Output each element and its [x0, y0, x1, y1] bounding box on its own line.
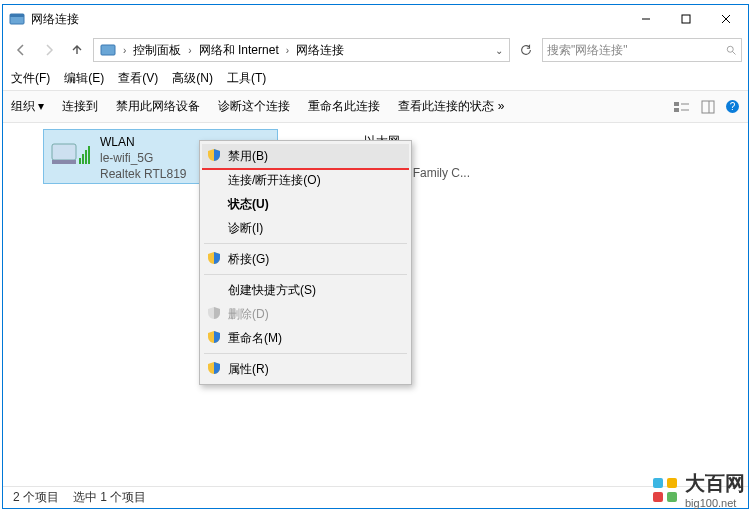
watermark-logo-icon [651, 476, 679, 504]
view-options-icon[interactable] [673, 100, 691, 114]
menu-file[interactable]: 文件(F) [11, 70, 50, 87]
wifi-adapter-icon [50, 134, 90, 174]
nav-row: › 控制面板 › 网络和 Internet › 网络连接 ⌄ 搜索"网络连接" [3, 33, 748, 67]
minimize-button[interactable] [626, 5, 666, 33]
separator [204, 243, 407, 244]
cmd-connect[interactable]: 连接到 [62, 98, 98, 115]
cmd-view-status[interactable]: 查看此连接的状态 » [398, 98, 504, 115]
crumb-network-internet[interactable]: 网络和 Internet [195, 42, 283, 59]
svg-rect-6 [101, 45, 115, 55]
ctx-connect-disconnect[interactable]: 连接/断开连接(O) [202, 168, 409, 192]
chevron-right-icon: › [185, 45, 194, 56]
window-controls [626, 5, 746, 33]
shield-icon [207, 306, 221, 320]
connection-name: WLAN [100, 134, 187, 150]
status-item-count: 2 个项目 [13, 489, 59, 506]
shield-icon [207, 330, 221, 344]
search-input[interactable]: 搜索"网络连接" [542, 38, 742, 62]
menu-edit[interactable]: 编辑(E) [64, 70, 104, 87]
ctx-status[interactable]: 状态(U) [202, 192, 409, 216]
svg-line-8 [733, 52, 736, 55]
window-icon [9, 11, 25, 27]
cmd-organize[interactable]: 组织 ▾ [11, 98, 44, 115]
preview-pane-icon[interactable] [701, 100, 715, 114]
ctx-rename[interactable]: 重命名(M) [202, 326, 409, 350]
svg-point-7 [727, 46, 733, 52]
svg-rect-18 [52, 160, 76, 164]
connection-device: Realtek RTL819 [100, 166, 187, 182]
refresh-button[interactable] [514, 38, 538, 62]
ctx-diagnose[interactable]: 诊断(I) [202, 216, 409, 240]
ctx-properties[interactable]: 属性(R) [202, 357, 409, 381]
svg-rect-9 [674, 102, 679, 106]
svg-rect-3 [682, 15, 690, 23]
crumb-network-connections[interactable]: 网络连接 [292, 42, 348, 59]
svg-rect-24 [667, 478, 677, 488]
svg-rect-25 [653, 492, 663, 502]
status-bar: 2 个项目 选中 1 个项目 [3, 486, 748, 508]
chevron-right-icon: › [120, 45, 129, 56]
ctx-delete: 删除(D) [202, 302, 409, 326]
connection-network: le-wifi_5G [100, 150, 187, 166]
watermark-text: 大百网 [685, 472, 745, 494]
breadcrumb-icon [100, 42, 116, 58]
menu-tools[interactable]: 工具(T) [227, 70, 266, 87]
ctx-bridge[interactable]: 桥接(G) [202, 247, 409, 271]
svg-rect-10 [674, 108, 679, 112]
command-bar: 组织 ▾ 连接到 禁用此网络设备 诊断这个连接 重命名此连接 查看此连接的状态 … [3, 91, 748, 123]
ctx-disable[interactable]: 禁用(B) [202, 144, 409, 168]
back-button[interactable] [9, 38, 33, 62]
shield-icon [207, 251, 221, 265]
cmd-diagnose[interactable]: 诊断这个连接 [218, 98, 290, 115]
ctx-create-shortcut[interactable]: 创建快捷方式(S) [202, 278, 409, 302]
window-title: 网络连接 [31, 11, 626, 28]
svg-rect-13 [702, 101, 714, 113]
breadcrumb[interactable]: › 控制面板 › 网络和 Internet › 网络连接 ⌄ [93, 38, 510, 62]
dropdown-icon[interactable]: ⌄ [491, 45, 507, 56]
titlebar: 网络连接 [3, 5, 748, 33]
ctx-disable-label: 禁用(B) [228, 148, 268, 165]
cmd-rename[interactable]: 重命名此连接 [308, 98, 380, 115]
help-icon[interactable]: ? [725, 99, 740, 114]
watermark: 大百网 big100.net [651, 470, 745, 509]
svg-rect-26 [667, 492, 677, 502]
svg-rect-23 [653, 478, 663, 488]
context-menu: 禁用(B) 连接/断开连接(O) 状态(U) 诊断(I) 桥接(G) 创建快捷方… [199, 140, 412, 385]
separator [204, 274, 407, 275]
watermark-sub: big100.net [685, 497, 745, 509]
search-icon [725, 44, 737, 56]
close-button[interactable] [706, 5, 746, 33]
maximize-button[interactable] [666, 5, 706, 33]
crumb-control-panel[interactable]: 控制面板 [129, 42, 185, 59]
status-selection-count: 选中 1 个项目 [73, 489, 146, 506]
menu-advanced[interactable]: 高级(N) [172, 70, 213, 87]
shield-icon [207, 361, 221, 375]
menu-view[interactable]: 查看(V) [118, 70, 158, 87]
svg-rect-17 [52, 144, 76, 160]
cmd-disable-device[interactable]: 禁用此网络设备 [116, 98, 200, 115]
shield-icon [207, 148, 221, 162]
svg-text:?: ? [730, 101, 736, 112]
forward-button[interactable] [37, 38, 61, 62]
chevron-right-icon: › [283, 45, 292, 56]
separator [204, 353, 407, 354]
up-button[interactable] [65, 38, 89, 62]
menu-bar: 文件(F) 编辑(E) 查看(V) 高级(N) 工具(T) [3, 67, 748, 91]
search-placeholder: 搜索"网络连接" [547, 42, 628, 59]
svg-rect-1 [10, 14, 24, 17]
